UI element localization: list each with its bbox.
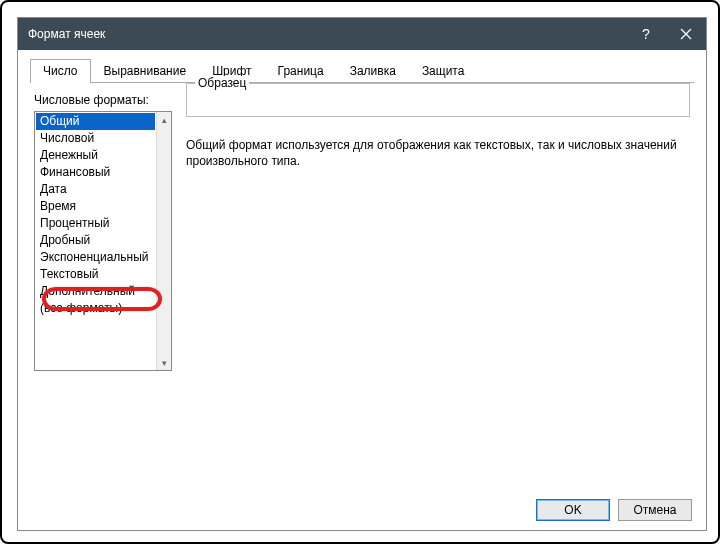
list-item[interactable]: Время [36,198,155,215]
window-title: Формат ячеек [28,27,626,41]
dialog-footer: OK Отмена [18,490,706,530]
left-panel: Числовые форматы: ОбщийЧисловойДенежныйФ… [34,93,172,371]
close-button[interactable] [666,18,706,50]
formats-listbox[interactable]: ОбщийЧисловойДенежныйФинансовыйДатаВремя… [34,111,172,371]
sample-label: Образец [195,76,249,90]
tab-заливка[interactable]: Заливка [337,59,409,83]
list-item[interactable]: Числовой [36,130,155,147]
list-item[interactable]: (все форматы) [36,300,155,317]
list-item[interactable]: Финансовый [36,164,155,181]
scrollbar[interactable]: ▴ ▾ [156,112,171,370]
tab-выравнивание[interactable]: Выравнивание [91,59,200,83]
dialog-content: ЧислоВыравниваниеШрифтГраницаЗаливкаЗащи… [18,50,706,490]
tab-защита[interactable]: Защита [409,59,478,83]
scroll-down-icon[interactable]: ▾ [157,355,172,370]
tab-bar: ЧислоВыравниваниеШрифтГраницаЗаливкаЗащи… [30,58,694,83]
tab-число[interactable]: Число [30,59,91,83]
cancel-button[interactable]: Отмена [618,499,692,521]
sample-group: Образец [186,83,690,117]
list-item[interactable]: Процентный [36,215,155,232]
format-cells-dialog: Формат ячеек ? ЧислоВыравниваниеШрифтГра… [17,17,707,531]
formats-label: Числовые форматы: [34,93,172,107]
scroll-up-icon[interactable]: ▴ [157,112,172,127]
close-icon [680,28,692,40]
titlebar: Формат ячеек ? [18,18,706,50]
format-description: Общий формат используется для отображени… [186,137,690,169]
help-button[interactable]: ? [626,18,666,50]
ok-button[interactable]: OK [536,499,610,521]
list-item[interactable]: Экспоненциальный [36,249,155,266]
cancel-label: Отмена [633,503,676,517]
list-item[interactable]: Дата [36,181,155,198]
tab-граница[interactable]: Граница [265,59,337,83]
list-item[interactable]: Общий [36,113,155,130]
ok-label: OK [564,503,581,517]
list-item[interactable]: Дополнительный [36,283,155,300]
right-panel: Образец Общий формат используется для от… [186,93,690,371]
list-item[interactable]: Текстовый [36,266,155,283]
list-item[interactable]: Дробный [36,232,155,249]
list-item[interactable]: Денежный [36,147,155,164]
